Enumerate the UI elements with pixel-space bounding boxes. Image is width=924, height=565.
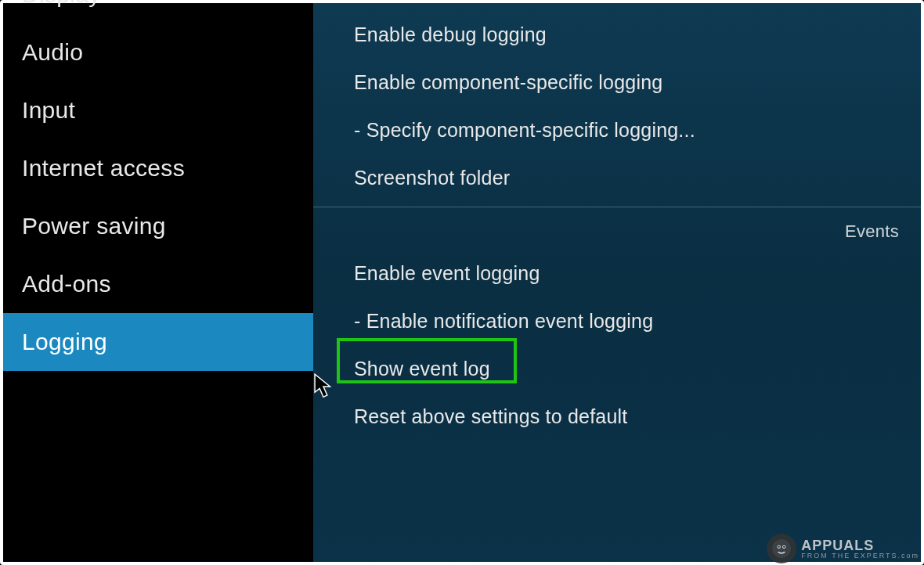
setting-show-event-log[interactable]: Show event log xyxy=(313,345,921,393)
setting-specify-component-logging[interactable]: - Specify component-specific logging... xyxy=(313,106,921,154)
settings-panel: Enable debug logging Enable component-sp… xyxy=(313,3,921,562)
app-window: Display Audio Input Internet access Powe… xyxy=(0,0,924,565)
sidebar: Display Audio Input Internet access Powe… xyxy=(3,3,313,562)
setting-enable-debug-logging[interactable]: Enable debug logging xyxy=(313,3,921,59)
sidebar-item-audio[interactable]: Audio xyxy=(3,23,313,81)
setting-screenshot-folder[interactable]: Screenshot folder xyxy=(313,154,921,202)
sidebar-item-logging[interactable]: Logging xyxy=(3,313,313,371)
setting-enable-component-logging[interactable]: Enable component-specific logging xyxy=(313,59,921,106)
sidebar-item-display[interactable]: Display xyxy=(3,0,313,23)
sidebar-item-internet-access[interactable]: Internet access xyxy=(3,139,313,197)
section-header-events: Events xyxy=(313,207,921,250)
sidebar-item-add-ons[interactable]: Add-ons xyxy=(3,255,313,313)
sidebar-item-input[interactable]: Input xyxy=(3,81,313,139)
setting-enable-notification-event-logging[interactable]: - Enable notification event logging xyxy=(313,297,921,345)
setting-enable-event-logging[interactable]: Enable event logging xyxy=(313,250,921,297)
setting-reset-defaults[interactable]: Reset above settings to default xyxy=(313,393,921,441)
sidebar-item-power-saving[interactable]: Power saving xyxy=(3,197,313,255)
